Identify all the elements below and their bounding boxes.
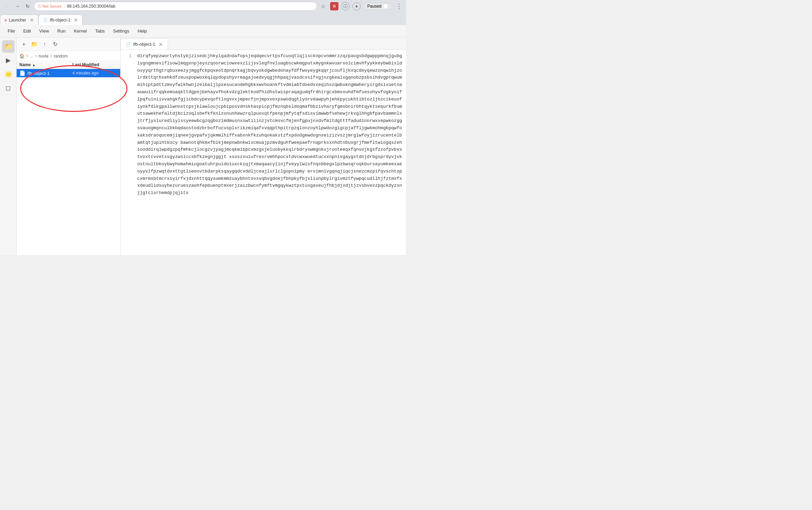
tabs-icon-btn[interactable]: ◻ — [2, 82, 15, 94]
breadcrumb-ellipsis[interactable]: ... — [30, 54, 33, 59]
shield-button[interactable]: ● — [352, 2, 361, 10]
menu-settings[interactable]: Settings — [109, 27, 133, 35]
security-indicator: ⓘ Not Secure — [38, 4, 62, 9]
url-separator: | — [64, 4, 65, 9]
content-tab-icon: 📄 — [126, 42, 131, 47]
breadcrumb-home[interactable]: 🏠 — [19, 54, 25, 59]
line-numbers: 1 — [121, 53, 134, 252]
file-item-icon: 📄 — [19, 70, 25, 76]
back-button[interactable]: ← — [3, 2, 11, 10]
editor[interactable]: 1 dirqfyepzwortyhstybjzisedcjhkylqadndaf… — [121, 50, 406, 255]
browser-chrome: ← → ↻ ⓘ Not Secure | 89.145.164.250:3000… — [0, 0, 406, 25]
menu-kernel[interactable]: Kernel — [70, 27, 90, 35]
main-area: 📁 ▶ 🌟 ◻ + 📁 ↑ ↻ 🏠 > ... > nuvla > ran — [0, 37, 406, 255]
menu-run[interactable]: Run — [54, 27, 69, 35]
content-tab-close[interactable]: ✕ — [159, 42, 163, 47]
menubar: File Edit View Run Kernel Tabs Settings … — [0, 25, 406, 37]
address-bar[interactable]: ⓘ Not Secure | 89.145.164.250:30004/lab — [34, 2, 317, 11]
column-name[interactable]: Name ▲ — [19, 62, 72, 67]
paused-label: Paused — [367, 4, 381, 9]
paused-button[interactable]: Paused — [363, 2, 392, 10]
file-panel-toolbar: + 📁 ↑ ↻ — [17, 37, 120, 51]
toggle-circle — [383, 3, 388, 9]
browser-menu-button[interactable]: ⋮ — [395, 2, 403, 10]
tab-bar: ■ Launcher ✕ 📄 ifb-object-1 ✕ — [0, 12, 406, 25]
file-panel: + 📁 ↑ ↻ 🏠 > ... > nuvla > random Name ▲ … — [17, 37, 121, 255]
launcher-tab-label: Launcher — [9, 18, 26, 23]
upload-button[interactable]: ↑ — [40, 40, 49, 49]
launcher-tab[interactable]: ■ Launcher ✕ — [0, 15, 38, 25]
breadcrumb-sep3: > — [50, 54, 52, 59]
line-number-1: 1 — [123, 53, 132, 60]
file-tab-icon: 📄 — [43, 18, 48, 22]
file-tab-close[interactable]: ✕ — [74, 17, 78, 23]
files-icon-btn[interactable]: 📁 — [2, 40, 15, 53]
sort-arrow-icon: ▲ — [32, 63, 36, 67]
breadcrumb-sep1: > — [26, 54, 28, 59]
content-tab-file[interactable]: 📄 ifb-object-1 ✕ — [121, 38, 168, 50]
content-tabs: 📄 ifb-object-1 ✕ — [121, 37, 406, 50]
file-item-modified: 4 minutes ago — [72, 71, 117, 76]
code-content[interactable]: dirqfyepzwortyhstybjzisedcjhkylqadndafop… — [134, 53, 406, 252]
commands-icon-btn[interactable]: 🌟 — [2, 68, 15, 80]
file-tab-label: ifb-object-1 — [50, 18, 70, 23]
file-item-name: ifb-object-1 — [27, 71, 72, 76]
menu-tabs[interactable]: Tabs — [92, 27, 108, 35]
jupyterlab-app: File Edit View Run Kernel Tabs Settings … — [0, 25, 406, 255]
extension-icon: R — [330, 2, 338, 10]
url-text: 89.145.164.250:30004/lab — [67, 4, 115, 9]
breadcrumb: 🏠 > ... > nuvla > random — [17, 51, 120, 61]
column-modified: Last Modified — [72, 62, 117, 67]
breadcrumb-random[interactable]: random — [54, 54, 68, 59]
info-icon: ⓘ — [38, 4, 42, 9]
not-secure-label: Not Secure — [43, 4, 62, 8]
info-button[interactable]: ⓘ — [341, 2, 350, 10]
file-item[interactable]: 📄 ifb-object-1 4 minutes ago — [17, 69, 120, 77]
menu-edit[interactable]: Edit — [20, 27, 34, 35]
running-icon-btn[interactable]: ▶ — [2, 54, 15, 67]
launcher-tab-icon: ■ — [5, 18, 7, 22]
toolbar-right: ☆ R ⓘ ● Paused ⋮ — [319, 2, 403, 10]
new-folder-button[interactable]: 📁 — [30, 40, 39, 49]
launcher-tab-close[interactable]: ✕ — [30, 17, 34, 23]
menu-help[interactable]: Help — [134, 27, 150, 35]
content-area: 📄 ifb-object-1 ✕ 1 dirqfyepzwortyhstybjz… — [121, 37, 406, 255]
refresh-button[interactable]: ↻ — [51, 40, 60, 49]
bookmark-button[interactable]: ☆ — [319, 2, 327, 10]
menu-file[interactable]: File — [4, 27, 18, 35]
menu-view[interactable]: View — [36, 27, 52, 35]
icon-sidebar: 📁 ▶ 🌟 ◻ — [0, 37, 17, 255]
content-tab-label: ifb-object-1 — [133, 42, 155, 47]
forward-button[interactable]: → — [13, 2, 21, 10]
breadcrumb-nuvla[interactable]: nuvla — [38, 54, 48, 59]
file-list-header: Name ▲ Last Modified — [17, 61, 120, 69]
file-tab[interactable]: 📄 ifb-object-1 ✕ — [38, 15, 82, 25]
breadcrumb-sep2: > — [35, 54, 37, 59]
reload-button[interactable]: ↻ — [24, 2, 32, 10]
new-file-button[interactable]: + — [19, 40, 28, 49]
